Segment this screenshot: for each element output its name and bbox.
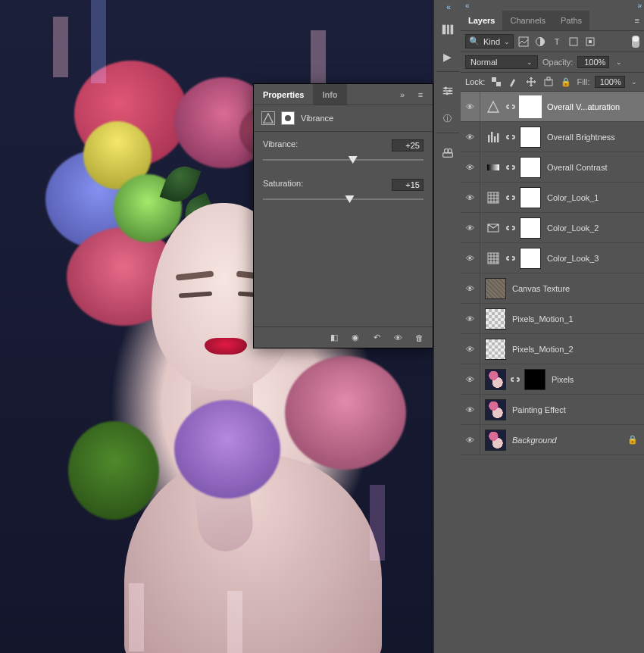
layer-mask-thumbnail[interactable]: [520, 248, 541, 269]
layer-name-label[interactable]: Pixels_Motion_2: [511, 345, 638, 354]
lock-artboard-icon[interactable]: [542, 76, 555, 88]
layer-mask-thumbnail[interactable]: [520, 96, 541, 117]
layer-row[interactable]: 👁Overall Contrast: [461, 152, 644, 183]
layer-visibility-toggle[interactable]: 👁: [461, 152, 480, 182]
tab-paths[interactable]: Paths: [553, 11, 589, 30]
layer-row[interactable]: 👁Overall Brightness: [461, 122, 644, 152]
layer-visibility-toggle[interactable]: 👁: [461, 304, 480, 333]
layer-visibility-toggle[interactable]: 👁: [461, 395, 480, 424]
actions-panel-icon[interactable]: ▶: [436, 45, 460, 68]
filter-pixel-icon[interactable]: [517, 36, 530, 48]
layer-row[interactable]: 👁Color_Look_2: [461, 213, 644, 243]
layer-name-label[interactable]: Color_Look_3: [546, 254, 638, 263]
layer-row[interactable]: 👁Color_Look_1: [461, 183, 644, 213]
layer-list[interactable]: 👁Overall V...aturation👁Overall Brightnes…: [461, 92, 644, 653]
vibrance-slider-thumb[interactable]: [349, 156, 358, 164]
layer-mask-thumbnail[interactable]: [524, 369, 546, 390]
properties-panel[interactable]: Properties Info » ≡ Vibrance Vibrance: +…: [253, 83, 433, 348]
panel-menu-icon[interactable]: ≡: [414, 89, 427, 101]
expand-panel-icon[interactable]: »: [637, 2, 639, 10]
layer-mask-thumbnail[interactable]: [520, 187, 541, 208]
layer-visibility-toggle[interactable]: 👁: [461, 183, 480, 212]
tab-info[interactable]: Info: [313, 84, 346, 105]
adjustments-panel-icon[interactable]: [436, 80, 460, 102]
layer-name-label[interactable]: Pixels: [550, 375, 638, 384]
saturation-value-input[interactable]: +15: [392, 179, 424, 191]
layer-mask-thumbnail[interactable]: [520, 157, 541, 178]
layer-mask-link-icon[interactable]: [505, 223, 516, 233]
layer-mask-link-icon[interactable]: [505, 133, 516, 142]
layer-row[interactable]: 👁Painting Effect: [461, 395, 644, 425]
layer-name-label[interactable]: Overall V...aturation: [546, 102, 638, 111]
layer-mask-link-icon[interactable]: [505, 193, 516, 202]
lock-pixels-icon[interactable]: [507, 76, 520, 88]
layer-mask-thumbnail[interactable]: [520, 217, 541, 239]
fill-dropdown-icon[interactable]: ⌄: [630, 78, 639, 86]
delete-adjustment-icon[interactable]: 🗑: [413, 332, 425, 344]
layer-mask-link-icon[interactable]: [505, 254, 516, 263]
view-previous-icon[interactable]: ◉: [349, 332, 361, 344]
layer-visibility-toggle[interactable]: 👁: [461, 334, 480, 364]
reset-icon[interactable]: ↶: [370, 332, 383, 344]
layer-name-label[interactable]: Background: [511, 436, 623, 445]
layer-mask-link-icon[interactable]: [505, 102, 516, 111]
filter-smartobject-icon[interactable]: [583, 36, 597, 48]
layer-visibility-toggle[interactable]: 👁: [461, 425, 480, 455]
layer-row[interactable]: 👁Pixels_Motion_1: [461, 304, 644, 334]
info-panel-icon[interactable]: ⓘ: [436, 107, 460, 130]
lock-transparency-icon[interactable]: [489, 76, 502, 88]
layer-name-label[interactable]: Overall Brightness: [546, 133, 638, 142]
filter-shape-icon[interactable]: [567, 36, 580, 48]
filter-kind-select[interactable]: 🔍 Kind ⌄: [465, 34, 514, 48]
layer-thumbnail[interactable]: [485, 339, 506, 360]
toggle-visibility-icon[interactable]: 👁: [392, 332, 404, 344]
layer-thumbnail[interactable]: [485, 399, 506, 420]
layer-row[interactable]: 👁Pixels: [461, 364, 644, 395]
layer-visibility-toggle[interactable]: 👁: [461, 243, 480, 273]
fill-input[interactable]: 100%: [595, 76, 625, 88]
layer-row[interactable]: 👁Color_Look_3: [461, 243, 644, 273]
lock-position-icon[interactable]: [524, 76, 537, 88]
layer-visibility-toggle[interactable]: 👁: [461, 273, 480, 303]
layer-name-label[interactable]: Color_Look_1: [546, 193, 638, 202]
layer-mask-icon[interactable]: [281, 111, 295, 125]
layer-mask-link-icon[interactable]: [505, 163, 516, 172]
filter-toggle[interactable]: [632, 36, 639, 48]
saturation-slider[interactable]: [263, 194, 424, 205]
tab-layers[interactable]: Layers: [461, 11, 502, 30]
saturation-slider-thumb[interactable]: [345, 195, 354, 203]
layer-mask-link-icon[interactable]: [510, 375, 521, 384]
tab-channels[interactable]: Channels: [502, 11, 552, 30]
layer-row[interactable]: 👁Background🔒: [461, 425, 644, 455]
collapse-panel-icon[interactable]: «: [465, 2, 467, 10]
vibrance-slider[interactable]: [263, 155, 424, 165]
layer-thumbnail[interactable]: [485, 369, 506, 390]
layer-mask-thumbnail[interactable]: [520, 127, 541, 148]
layer-thumbnail[interactable]: [485, 278, 506, 299]
clip-to-layer-icon[interactable]: ◧: [328, 332, 340, 344]
opacity-dropdown-icon[interactable]: ⌄: [614, 58, 624, 66]
layer-row[interactable]: 👁Pixels_Motion_2: [461, 334, 644, 364]
layer-visibility-toggle[interactable]: 👁: [461, 92, 480, 121]
blend-mode-select[interactable]: Normal ⌄: [465, 55, 538, 69]
expand-dock-icon[interactable]: «: [446, 3, 449, 14]
opacity-input[interactable]: 100%: [577, 56, 609, 68]
layer-thumbnail[interactable]: [485, 430, 506, 451]
vibrance-value-input[interactable]: +25: [392, 139, 424, 152]
layer-name-label[interactable]: Painting Effect: [511, 405, 638, 414]
layer-name-label[interactable]: Pixels_Motion_1: [511, 314, 638, 323]
panel-collapse-icon[interactable]: »: [396, 89, 408, 101]
layer-visibility-toggle[interactable]: 👁: [461, 213, 480, 242]
history-panel-icon[interactable]: [436, 18, 460, 41]
layer-name-label[interactable]: Overall Contrast: [546, 163, 638, 172]
layer-visibility-toggle[interactable]: 👁: [461, 364, 480, 394]
layer-name-label[interactable]: Color_Look_2: [546, 223, 638, 233]
filter-type-icon[interactable]: T: [550, 36, 564, 48]
layer-thumbnail[interactable]: [485, 308, 506, 330]
lock-all-icon[interactable]: 🔒: [559, 76, 572, 88]
layers-panel-menu-icon[interactable]: ≡: [635, 16, 639, 25]
tab-properties[interactable]: Properties: [254, 84, 313, 105]
layer-visibility-toggle[interactable]: 👁: [461, 122, 480, 152]
layer-row[interactable]: 👁Overall V...aturation: [461, 92, 644, 122]
filter-adjustment-icon[interactable]: [533, 36, 547, 48]
